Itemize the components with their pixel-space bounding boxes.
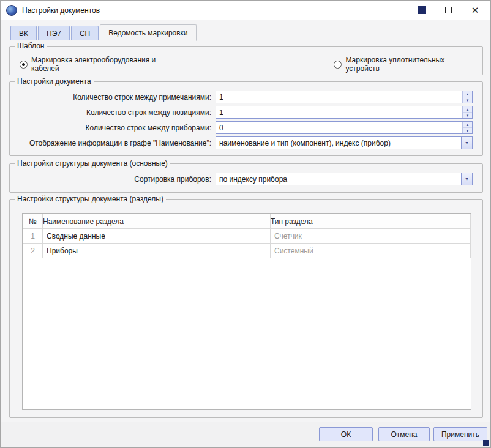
group-structure-main-title: Настройки структуры документа (основные)	[15, 159, 170, 168]
section-type-cell: Системный	[271, 244, 471, 258]
lines-between-positions-spinner[interactable]: 1 ▲ ▼	[216, 106, 473, 119]
tab-vedomost-markirovki[interactable]: Ведомость маркировки	[100, 24, 196, 41]
apply-button[interactable]: Применить	[433, 427, 487, 441]
lines-between-positions-value: 1	[216, 106, 462, 118]
window-title: Настройки документов	[22, 6, 100, 15]
group-structure-main: Настройки структуры документа (основные)…	[9, 163, 483, 193]
spin-up-icon[interactable]: ▲	[463, 91, 472, 97]
column-header-section-type[interactable]: Тип раздела	[271, 214, 471, 229]
template-radio-row: Маркировка электрооборудования и кабелей…	[20, 56, 476, 73]
name-column-info-label: Отображение информации в графе "Наименов…	[12, 139, 216, 147]
group-template-title: Шаблон	[15, 42, 47, 50]
lines-between-devices-spinner[interactable]: 0 ▲ ▼	[216, 121, 473, 134]
spin-down-icon[interactable]: ▼	[463, 113, 472, 118]
spinner-buttons: ▲ ▼	[462, 106, 472, 118]
lines-between-notes-spinner[interactable]: 1 ▲ ▼	[216, 91, 473, 103]
name-column-info-dropdown[interactable]: наименование и тип (компонент), индекс (…	[216, 136, 473, 149]
chevron-down-icon[interactable]: ▼	[461, 173, 472, 185]
chevron-down-icon[interactable]: ▼	[461, 137, 472, 149]
group-document-settings-title: Настройки документа	[15, 77, 94, 86]
section-type-cell: Счетчик	[271, 229, 471, 244]
radio-checked-icon	[20, 61, 28, 69]
group-document-settings: Настройки документа Количество строк меж…	[9, 81, 483, 156]
tab-sp[interactable]: СП	[71, 26, 99, 40]
field-row-lines-positions: Количество строк между позициями: 1 ▲ ▼	[12, 106, 473, 119]
field-row-device-sorting: Сортировка приборов: по индексу прибора …	[12, 173, 473, 185]
tab-pe7[interactable]: ПЭ7	[38, 26, 70, 40]
structure-main-fields: Сортировка приборов: по индексу прибора …	[12, 173, 473, 185]
group-structure-sections-title: Настройки структуры документа (разделы)	[15, 195, 166, 203]
radio-marking-equipment[interactable]: Маркировка электрооборудования и кабелей	[20, 56, 181, 73]
field-row-name-column-info: Отображение информации в графе "Наименов…	[12, 136, 473, 149]
radio-marking-seals-label: Маркировка уплотнительных устройств	[345, 56, 476, 73]
tab-vk[interactable]: ВК	[10, 26, 37, 40]
maximize-button[interactable]	[438, 2, 459, 18]
table-row[interactable]: 2 Приборы Системный	[23, 244, 471, 258]
lines-between-notes-label: Количество строк между примечаниями:	[12, 93, 216, 102]
section-name-cell[interactable]: Сводные данные	[43, 229, 271, 244]
table-header-row: № Наименование раздела Тип раздела	[23, 214, 471, 229]
tab-bar: ВК ПЭ7 СП Ведомость маркировки	[10, 24, 198, 40]
spin-down-icon[interactable]: ▼	[463, 97, 472, 103]
dialog-footer: ОК Отмена Применить	[1, 422, 490, 447]
name-column-info-value: наименование и тип (компонент), индекс (…	[216, 137, 461, 149]
titlebar: Настройки документов	[1, 1, 490, 20]
device-sorting-dropdown[interactable]: по индексу прибора ▼	[216, 173, 473, 185]
radio-unchecked-icon	[334, 61, 342, 69]
cancel-button[interactable]: Отмена	[378, 427, 430, 441]
sections-table: № Наименование раздела Тип раздела 1 Сво…	[22, 213, 471, 410]
radio-marking-seals[interactable]: Маркировка уплотнительных устройств	[334, 56, 476, 73]
field-row-lines-notes: Количество строк между примечаниями: 1 ▲…	[12, 91, 473, 103]
column-header-number[interactable]: №	[23, 214, 43, 229]
maximize-icon	[445, 7, 452, 13]
resize-grip[interactable]	[483, 440, 489, 446]
app-logo-icon	[6, 5, 17, 16]
lines-between-devices-value: 0	[216, 122, 462, 133]
spinner-buttons: ▲ ▼	[462, 122, 472, 133]
sections-table-grid: № Наименование раздела Тип раздела 1 Сво…	[23, 214, 471, 258]
radio-marking-equipment-label: Маркировка электрооборудования и кабелей	[31, 56, 181, 73]
lines-between-notes-value: 1	[216, 91, 462, 103]
table-row[interactable]: 1 Сводные данные Счетчик	[23, 229, 471, 244]
spinner-buttons: ▲ ▼	[462, 91, 472, 103]
row-number: 2	[23, 244, 43, 258]
group-structure-sections: Настройки структуры документа (разделы) …	[9, 199, 483, 418]
lines-between-devices-label: Количество строк между приборами:	[12, 124, 216, 132]
section-name-cell[interactable]: Приборы	[43, 244, 271, 258]
spin-down-icon[interactable]: ▼	[463, 128, 472, 133]
document-settings-fields: Количество строк между примечаниями: 1 ▲…	[12, 91, 473, 149]
device-sorting-value: по индексу прибора	[216, 173, 461, 185]
row-number: 1	[23, 229, 43, 244]
group-template: Шаблон Маркировка электрооборудования и …	[9, 46, 483, 75]
column-header-section-name[interactable]: Наименование раздела	[43, 214, 271, 229]
spin-up-icon[interactable]: ▲	[463, 106, 472, 113]
minimize-button[interactable]	[418, 6, 426, 14]
document-settings-dialog: Настройки документов ✕ ВК ПЭ7 СП Ведомос…	[0, 0, 491, 448]
device-sorting-label: Сортировка приборов:	[12, 175, 216, 184]
close-button[interactable]: ✕	[465, 2, 485, 18]
spin-up-icon[interactable]: ▲	[463, 122, 472, 128]
close-icon: ✕	[471, 5, 479, 16]
ok-button[interactable]: ОК	[319, 427, 373, 441]
lines-between-positions-label: Количество строк между позициями:	[12, 108, 216, 117]
field-row-lines-devices: Количество строк между приборами: 0 ▲ ▼	[12, 121, 473, 134]
